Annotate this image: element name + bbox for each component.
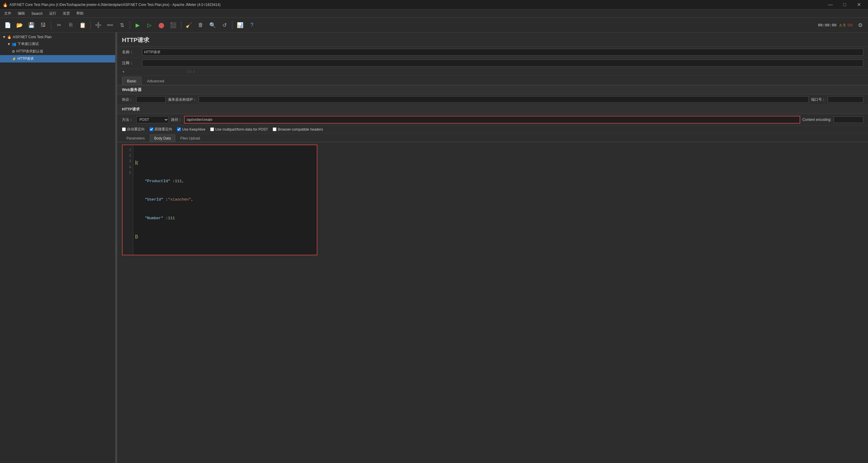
line-numbers: 1 2 3 4 5 [123,145,133,255]
collapse-arrow[interactable]: ▼ 《《《 [117,69,868,76]
method-select[interactable]: POST GET PUT DELETE HEAD OPTIONS [136,116,169,123]
name-label: 名称： [122,50,140,55]
code-line-1: { [135,160,314,166]
http-request-header: HTTP请求 [117,105,868,114]
templates-button[interactable]: 📊 [235,20,245,30]
timer-display: 00:00:00 [818,23,837,27]
protocol-input[interactable] [136,96,166,103]
encoding-input[interactable] [834,116,863,123]
search-toolbar-button[interactable]: 🔍 [207,20,218,30]
auto-redirect-checkbox[interactable]: 自动重定向 [122,127,145,132]
server-name-label: 服务器名称或IP： [168,97,196,102]
main-tabs-bar: Basic Advanced [117,76,868,85]
separator-5 [232,21,232,29]
panel-title: HTTP请求 [117,33,868,47]
sidebar-item-http-defaults[interactable]: ⚙ HTTP请求默认值 [0,48,115,55]
code-line-5: } [135,234,314,240]
warning-display: ⚠ 0 [839,23,845,27]
clear-button[interactable]: 🧹 [184,20,194,30]
menu-bar: 文件 编辑 Search 运行 送货 帮助 [0,9,868,18]
thread-label: 下单接口测试 [18,41,39,47]
app-icon: 🔥 [2,2,8,7]
tab-advanced[interactable]: Advanced [142,77,169,85]
path-input[interactable] [184,116,800,123]
tree-arrow-plan: ▼ [2,35,6,39]
start-no-pause-button[interactable]: ▷ [144,20,155,30]
add-button[interactable]: ➕ [93,20,104,30]
sidebar-item-thread-group[interactable]: ▼ 👥 下单接口测试 [0,40,115,48]
settings-button[interactable]: ⚙ [855,20,866,30]
minimize-button[interactable]: — [824,0,837,9]
new-button[interactable]: 📄 [2,20,13,30]
web-server-header: Web服务器 [117,85,868,94]
toolbar-right: 00:00:00 ⚠ 0 0/0 ⚙ [818,20,866,30]
thread-icon: 👥 [12,42,16,46]
window-controls: — □ ✕ [824,0,866,9]
saveas-button[interactable]: 🖫 [38,20,49,30]
toolbar: 📄 📂 💾 🖫 ✂ ⎘ 📋 ➕ ➖ ⇅ ▶ ▷ ⬤ ⬛ 🧹 🗑 🔍 ↺ 📊 ? … [0,18,868,33]
code-content[interactable]: { "ProductId" :111, "UserId" :"xiaochen"… [133,145,317,255]
title-bar: 🔥 ASP.NET Core Test Plan.jmx (I:\DevTool… [0,0,868,9]
clear-all-button[interactable]: 🗑 [195,20,206,30]
sidebar: ▼ 🔥 ASP.NET Core Test Plan ▼ 👥 下单接口测试 ⚙ … [0,33,116,463]
request-label: HTTP请求 [18,56,34,61]
sub-tab-parameters[interactable]: Parameters [122,135,149,142]
open-button[interactable]: 📂 [14,20,25,30]
warning-icon: ⚠ [839,23,842,27]
toggle-button[interactable]: ⇅ [117,20,127,30]
cut-button[interactable]: ✂ [54,20,64,30]
maximize-button[interactable]: □ [838,0,851,9]
multipart-checkbox[interactable]: Use multipart/form-data for POST [210,127,268,132]
protocol-label: 协议： [122,97,134,102]
sub-tab-files-upload[interactable]: Files Upload [176,135,205,142]
comment-input[interactable] [142,60,863,67]
path-label: 路径： [171,117,182,122]
separator-1 [51,21,51,29]
name-row: 名称： [117,47,868,58]
name-input[interactable] [142,49,863,56]
follow-redirect-checkbox[interactable]: 跟随重定向 [150,127,172,132]
sub-tab-body-data[interactable]: Body Data [150,135,175,142]
tab-basic[interactable]: Basic [122,77,142,85]
remove-button[interactable]: ➖ [105,20,116,30]
encoding-label: Content encoding: [803,118,831,122]
paste-button[interactable]: 📋 [77,20,88,30]
server-input[interactable] [199,96,809,103]
menu-run[interactable]: 运行 [46,10,59,17]
menu-help[interactable]: 帮助 [73,10,87,17]
close-button[interactable]: ✕ [852,0,866,9]
browser-headers-checkbox[interactable]: Browser-compatible headers [273,127,323,132]
sidebar-item-test-plan[interactable]: ▼ 🔥 ASP.NET Core Test Plan [0,34,115,40]
sidebar-item-http-request[interactable]: ⚡ HTTP请求 [0,55,115,62]
body-data-editor[interactable]: 1 2 3 4 5 { "ProductId" :111, "UserId" :… [122,145,317,255]
code-line-3: "UserId" :"xiaochen", [135,197,314,203]
method-label: 方法： [122,117,134,122]
separator-3 [130,21,130,29]
keepalive-checkbox[interactable]: Use KeepAlive [177,127,206,132]
sub-tabs-bar: Parameters Body Data Files Upload [117,133,868,142]
error-display: 0/0 [847,23,852,27]
menu-file[interactable]: 文件 [1,10,14,17]
port-input[interactable] [828,96,863,103]
defaults-icon: ⚙ [12,50,15,54]
checkboxes-row: 自动重定向 跟随重定向 Use KeepAlive Use multipart/… [117,125,868,133]
reset-button[interactable]: ↺ [219,20,230,30]
menu-edit[interactable]: 编辑 [15,10,28,17]
plan-icon: 🔥 [7,35,11,39]
tree-arrow-thread: ▼ [7,42,11,46]
stop-button[interactable]: ⬤ [156,20,167,30]
defaults-label: HTTP请求默认值 [16,49,43,54]
shutdown-button[interactable]: ⬛ [168,20,179,30]
menu-search[interactable]: Search [28,10,45,17]
port-label: 端口号： [811,97,825,102]
comment-label: 注释： [122,60,140,66]
warning-count: 0 [843,23,845,27]
code-line-2: "ProductId" :111, [135,178,314,184]
save-button[interactable]: 💾 [26,20,37,30]
help-toolbar-button[interactable]: ? [247,20,257,30]
start-button[interactable]: ▶ [132,20,143,30]
request-icon: ⚡ [12,57,16,61]
menu-deliver[interactable]: 送货 [60,10,73,17]
plan-label: ASP.NET Core Test Plan [13,35,52,39]
copy-button[interactable]: ⎘ [65,20,76,30]
